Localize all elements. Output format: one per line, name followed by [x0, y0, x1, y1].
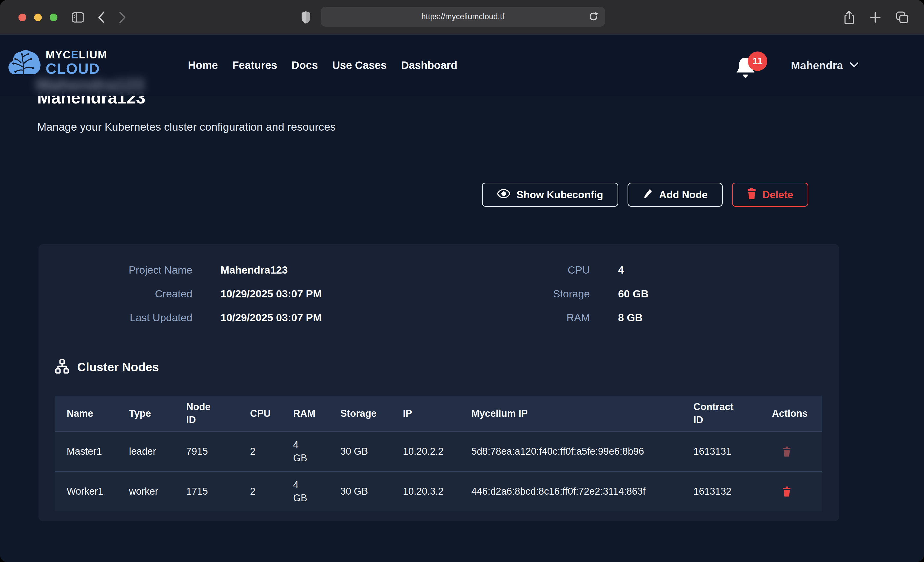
info-row: Created10/29/2025 03:07 PM: [39, 288, 322, 300]
cell-contract-id: 1613131: [693, 440, 772, 463]
delete-cluster-button[interactable]: Delete: [732, 182, 808, 207]
section-title: Cluster Nodes: [77, 360, 159, 374]
cell-ram: 4 GB: [293, 433, 313, 469]
info-row: Storage60 GB: [436, 288, 649, 300]
info-label: Storage: [436, 288, 590, 300]
cluster-info-left: Project NameMahendra123Created10/29/2025…: [39, 264, 322, 324]
info-label: Last Updated: [39, 312, 192, 324]
cell-cpu: 2: [250, 480, 293, 502]
info-value: 4: [618, 264, 624, 276]
notification-badge: 11: [748, 51, 767, 71]
column-header-ip: IP: [403, 402, 471, 425]
nav-link-dashboard[interactable]: Dashboard: [401, 59, 457, 72]
eye-icon: [497, 189, 510, 200]
info-label: Created: [39, 288, 192, 300]
delete-node-button[interactable]: [783, 486, 791, 497]
forward-icon[interactable]: [118, 11, 126, 24]
minimize-window-button[interactable]: [34, 13, 42, 21]
cell-actions: [772, 442, 822, 461]
zoom-window-button[interactable]: [50, 13, 57, 21]
cell-name: Worker1: [67, 480, 129, 502]
nav-link-home[interactable]: Home: [188, 59, 218, 72]
show-kubeconfig-button[interactable]: Show Kubeconfig: [482, 182, 618, 207]
cloud-logo-icon: [8, 49, 41, 76]
cell-contract-id: 1613132: [693, 480, 772, 502]
table-header-row: NameTypeNode IDCPURAMStorageIPMycelium I…: [55, 396, 822, 431]
column-header-contract-id: Contract ID: [693, 396, 738, 431]
info-label: Project Name: [39, 264, 192, 276]
info-label: RAM: [436, 312, 590, 324]
cell-ram: 4 GB: [293, 474, 313, 509]
info-value: 8 GB: [618, 312, 643, 324]
column-header-ram: RAM: [293, 402, 340, 425]
column-header-node-id: Node ID: [186, 396, 217, 431]
column-header-storage: Storage: [340, 402, 403, 425]
column-header-mycelium-ip: Mycelium IP: [471, 402, 693, 425]
table-row: Master1leader791524 GB30 GB10.20.2.25d8:…: [55, 431, 822, 471]
site-header: Mahendra123 MYCELIUM CLOUD: [0, 34, 924, 96]
cluster-actions: Show Kubeconfig Add Node Delete: [482, 182, 808, 207]
cell-node-id: 7915: [186, 440, 250, 463]
info-row: Last Updated10/29/2025 03:07 PM: [39, 312, 322, 324]
page-subtitle: Manage your Kubernetes cluster configura…: [37, 121, 336, 133]
info-value: 10/29/2025 03:07 PM: [220, 312, 322, 324]
cell-cpu: 2: [250, 440, 293, 463]
notifications-button[interactable]: 11: [735, 56, 764, 87]
cell-ip: 10.20.2.2: [403, 440, 471, 463]
main-nav: HomeFeaturesDocsUse CasesDashboard: [188, 34, 457, 96]
chevron-down-icon: [850, 62, 859, 69]
nodes-table: NameTypeNode IDCPURAMStorageIPMycelium I…: [55, 396, 822, 511]
info-label: CPU: [436, 264, 590, 276]
info-value: 10/29/2025 03:07 PM: [220, 288, 322, 300]
cell-actions: [772, 482, 822, 501]
blurred-title-ghost: Mahendra123: [36, 75, 144, 94]
back-icon[interactable]: [98, 11, 105, 24]
web-page: Mahendra123 Manage your Kubernetes clust…: [0, 34, 924, 562]
add-node-button[interactable]: Add Node: [627, 182, 723, 207]
traffic-lights: [18, 13, 57, 21]
cluster-nodes-section-header: Cluster Nodes: [55, 359, 159, 375]
network-nodes-icon: [55, 359, 69, 375]
user-name: Mahendra: [791, 59, 843, 72]
delete-node-button[interactable]: [783, 447, 791, 457]
url-text: https://myceliumcloud.tf: [422, 12, 504, 21]
nav-link-features[interactable]: Features: [232, 59, 277, 72]
cluster-details-card: Project NameMahendra123Created10/29/2025…: [39, 244, 839, 521]
cell-mycelium-ip: 446:d2a6:8bcd:8c16:ff0f:72e2:3114:863f: [471, 480, 679, 502]
info-row: CPU4: [436, 264, 649, 276]
info-value: Mahendra123: [220, 264, 288, 276]
close-window-button[interactable]: [18, 13, 26, 21]
share-icon[interactable]: [843, 10, 855, 24]
refresh-icon[interactable]: [588, 12, 598, 23]
cell-type: leader: [129, 440, 186, 463]
logo-text: MYCELIUM CLOUD: [46, 49, 107, 76]
trash-icon: [747, 188, 756, 202]
address-bar[interactable]: https://myceliumcloud.tf: [321, 7, 605, 27]
info-value: 60 GB: [618, 288, 649, 300]
info-row: RAM8 GB: [436, 312, 649, 324]
pencil-icon: [643, 188, 653, 202]
new-tab-icon[interactable]: [870, 12, 881, 23]
cell-mycelium-ip: 5d8:78ea:a120:f40c:ff0f:a5fe:99e6:8b96: [471, 440, 679, 463]
cell-storage: 30 GB: [340, 480, 403, 502]
trash-icon: [783, 447, 791, 457]
browser-toolbar: https://myceliumcloud.tf: [0, 0, 924, 34]
user-menu[interactable]: Mahendra: [791, 34, 859, 96]
column-header-actions: Actions: [772, 402, 822, 425]
column-header-name: Name: [67, 402, 129, 425]
cell-storage: 30 GB: [340, 440, 403, 463]
column-header-cpu: CPU: [250, 402, 293, 425]
privacy-shield-icon[interactable]: [301, 11, 311, 25]
cluster-info-right: CPU4Storage60 GBRAM8 GB: [436, 264, 649, 324]
browser-window: https://myceliumcloud.tf Mahendra123 Man…: [0, 0, 924, 562]
table-row: Worker1worker171524 GB30 GB10.20.3.2446:…: [55, 471, 822, 511]
info-row: Project NameMahendra123: [39, 264, 322, 276]
sidebar-toggle-icon[interactable]: [72, 12, 84, 22]
cell-type: worker: [129, 480, 186, 502]
mycelium-cloud-logo[interactable]: MYCELIUM CLOUD: [8, 49, 107, 76]
nav-link-docs[interactable]: Docs: [292, 59, 318, 72]
trash-icon: [783, 486, 791, 497]
nav-link-use-cases[interactable]: Use Cases: [332, 59, 387, 72]
cell-node-id: 1715: [186, 480, 250, 502]
tab-overview-icon[interactable]: [896, 11, 909, 24]
